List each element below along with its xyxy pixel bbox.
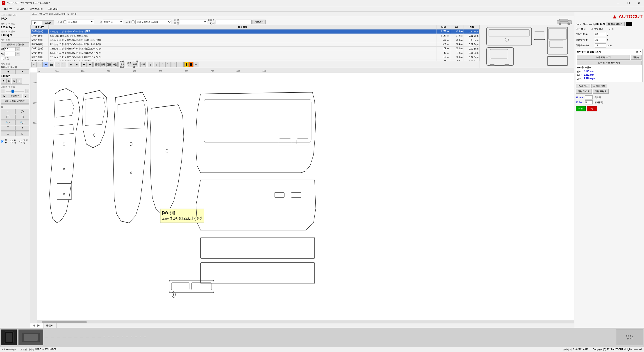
init-btn[interactable]: 조기화면 (8, 94, 22, 98)
model-checkbox[interactable] (132, 20, 134, 23)
table-row[interactable]: [2024-현재]트노삼성 그랑 플레오스(1세대) 도어캡(운전석 일반)10… (31, 46, 480, 51)
tb-b2[interactable]: | (154, 62, 159, 67)
first-btn[interactable]: |◀ (1, 94, 8, 98)
curve-btn[interactable]: ⌒ (1, 126, 15, 131)
y-down-btn[interactable]: ▼ (16, 52, 20, 56)
tb-move[interactable]: ⊕ (43, 62, 48, 67)
roll-setting-btn[interactable]: 롤 설정 펼쳐기 (606, 22, 625, 26)
slider-plus[interactable]: + (25, 89, 29, 93)
last-btn[interactable]: ▶| (23, 94, 29, 98)
zoom-slider[interactable] (6, 91, 24, 92)
arc-btn[interactable]: ⌓ (1, 131, 15, 136)
menu-license[interactable]: 라이선스(Y) (28, 7, 45, 11)
recv-btn[interactable]: 수신 (587, 106, 597, 111)
canvas-area[interactable]: cm 100 200 300 400 500 600 700 800 900 1… (30, 68, 574, 323)
tb-outer1[interactable]: 외곽선 (127, 62, 132, 67)
tb-b4[interactable]: ⋱ (165, 62, 171, 67)
tb-ratio[interactable]: 비율 (140, 62, 146, 67)
close-button[interactable]: ✕ (634, 0, 644, 6)
tb-rotate-right[interactable]: ↻ (60, 62, 66, 67)
first-press-input[interactable] (595, 32, 606, 36)
tb-cut[interactable]: 자집 (112, 62, 118, 67)
pattern-list-btn[interactable]: 파란 리스트 (576, 89, 592, 94)
tb-b1[interactable]: | (148, 62, 153, 67)
slider-minus[interactable]: − (1, 89, 5, 93)
roll-preview-2[interactable] (18, 330, 43, 345)
snap-first-radio[interactable] (1, 140, 4, 143)
tb-b5[interactable]: ⋰ (171, 62, 176, 67)
r-btn[interactable]: R (12, 78, 17, 83)
x-up-btn[interactable]: ▲ (16, 47, 20, 51)
h-scrollbar[interactable] (37, 321, 574, 323)
clear-all-btn[interactable]: 모아둔 파턴 전부 삭제 (577, 60, 642, 65)
year-select[interactable]: 현재연도 (103, 19, 123, 24)
minimize-button[interactable]: — (613, 0, 623, 6)
menu-file[interactable]: 파일(X) (15, 7, 27, 11)
server-save-btn[interactable]: 서버에 저정 (591, 84, 607, 88)
tb-group[interactable]: 응집 (94, 62, 100, 67)
x-input[interactable] (4, 47, 16, 51)
fix-checkbox[interactable] (1, 57, 4, 60)
all-expand-button[interactable]: 전체확대수(클릭) (1, 42, 29, 47)
table-row[interactable]: [2024-현재]트노삼성 그랑 플레오스(1세대) 헤드라이트(운전석)531… (31, 38, 480, 42)
prev-btn[interactable]: ◀ (1, 69, 15, 74)
tb-color2[interactable]: █ (189, 62, 193, 67)
square-btn[interactable] (1, 115, 15, 119)
circle2-btn[interactable] (15, 115, 29, 119)
zoom-out-btn[interactable]: 🔍− (15, 120, 29, 125)
maximize-button[interactable]: ☐ (623, 0, 634, 6)
editor-tab-plotter[interactable]: 플로터 (44, 324, 56, 328)
tb-b3[interactable]: ⋮ (160, 62, 165, 67)
search-btn[interactable]: 패턴검색 (252, 19, 266, 24)
model-select[interactable]: 그랑 플레오스(1세대) (136, 19, 172, 24)
tb-color1[interactable]: █ (184, 62, 188, 67)
first-count-input[interactable] (585, 95, 593, 99)
rect-btn[interactable]: □ (15, 131, 29, 136)
tb-pencil[interactable]: ✏ (194, 62, 199, 67)
snap-icon1[interactable]: ⚙ (1, 78, 6, 83)
tb-redo[interactable]: ↪ (87, 62, 92, 67)
tb-paste[interactable]: 합집 (106, 62, 112, 67)
color-swatch[interactable] (626, 22, 632, 26)
first-speed-input[interactable] (595, 43, 606, 47)
tb-b6[interactable]: — (177, 62, 182, 67)
e-btn[interactable]: E (17, 78, 22, 83)
maker-checkbox[interactable] (63, 20, 66, 23)
send-btn[interactable]: 송신 (576, 106, 586, 111)
tb-grid[interactable]: ⊞ (68, 62, 74, 67)
menu-help[interactable]: 도움말(Z) (46, 7, 60, 11)
table-row[interactable]: [2024-현재]트노 그랑 플레오스(1세대) 트렁크리드1,187 ㎜178… (31, 34, 480, 38)
repeat-count-input[interactable] (585, 100, 593, 104)
zoom-in-btn[interactable]: 🔍+ (1, 120, 15, 125)
table-row[interactable]: [2024-현재]트노삼성 그랑 플레오스(1세대) 도어캡(조수석 일반)10… (31, 55, 480, 59)
stop-btn[interactable]: 자단산 (631, 55, 642, 60)
tb-undo[interactable]: ↩ (81, 62, 87, 67)
editor-tab-editor[interactable]: 에디터 (30, 324, 44, 328)
next-btn[interactable]: ▶ (15, 69, 29, 74)
keyword-input[interactable] (216, 19, 252, 24)
snap-dot-radio[interactable] (19, 140, 22, 143)
pattern-print-btn[interactable]: 파란 프린트 (593, 89, 609, 94)
redraw-btn[interactable]: 배치화면 다시그리기 (1, 99, 29, 103)
tb-snap[interactable]: ⊟ (74, 62, 79, 67)
menu-settings[interactable]: 설정(W) (2, 7, 14, 11)
table-row[interactable]: [2024-현재]트노삼성 그랑 클레오스(1세대) 실내PPF1,280 ㎜4… (31, 29, 480, 34)
tb-outer2[interactable]: 외 외곽통틀 (133, 62, 138, 67)
maker-select[interactable]: 트노삼성 (67, 19, 94, 24)
table-row[interactable]: [2024-현재]트노삼성 그랑 플레오스(1세대) 도어캡(운전석 일반)87… (31, 51, 480, 55)
snap-half-radio[interactable] (10, 140, 13, 143)
tb-delete[interactable]: ✕ (37, 62, 42, 67)
back-press-input[interactable] (595, 38, 606, 42)
tb-rotate-left[interactable]: ↺ (55, 62, 60, 67)
recent-area-btn[interactable]: 최근 파턴 삭제 (577, 55, 630, 60)
pc-save-btn[interactable]: PC에 저장 (576, 84, 590, 88)
angle-btn[interactable]: ∧ (15, 126, 29, 131)
servo-select[interactable] (180, 19, 207, 24)
y-input[interactable] (4, 52, 16, 56)
tab-wnd[interactable]: WND (42, 20, 54, 25)
roll-preview-1[interactable] (1, 330, 17, 345)
add-btn[interactable]: + (1, 109, 15, 114)
tb-select[interactable]: ↖ (31, 62, 37, 67)
tb-copy[interactable]: 교집 (100, 62, 106, 67)
table-row[interactable]: [2024-현재]트노삼성 그랑 플레오스(1세대) 헤드라이트(조수석)531… (31, 42, 480, 46)
